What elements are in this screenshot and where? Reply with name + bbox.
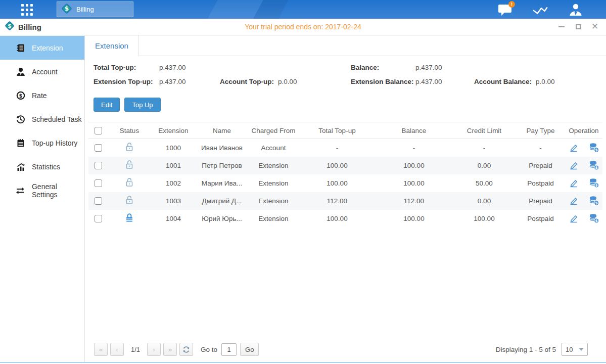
- cell-balance: 100.00: [376, 157, 452, 174]
- taskbar-tab-label: Billing: [76, 6, 94, 13]
- sidebar-item-top-up-history[interactable]: Top-up History: [0, 131, 84, 155]
- topup-extension-icon[interactable]: $: [589, 178, 599, 188]
- page-size-select[interactable]: 10: [562, 343, 588, 356]
- edit-extension-icon[interactable]: [569, 160, 579, 170]
- goto-page-input[interactable]: [221, 343, 237, 356]
- statistics-icon: [16, 162, 25, 171]
- cell-name: Юрий Юрь...: [196, 210, 248, 228]
- svg-text:$: $: [65, 5, 69, 12]
- account-balance-label: Account Balance:: [474, 78, 536, 85]
- sidebar-item-label: Rate: [32, 92, 47, 100]
- cell-status: [108, 139, 151, 157]
- go-button[interactable]: Go: [240, 343, 259, 356]
- user-icon[interactable]: [568, 2, 584, 17]
- cell-pay-type: Prepaid: [516, 157, 565, 174]
- cell-credit-limit: -: [452, 139, 516, 157]
- first-page-button[interactable]: «: [94, 343, 108, 356]
- edit-extension-icon[interactable]: [569, 213, 579, 223]
- column-header-total-top-up: Total Top-up: [299, 122, 376, 139]
- cell-checkbox: [88, 174, 108, 192]
- cell-status: [108, 157, 151, 174]
- maximize-button[interactable]: [574, 23, 582, 31]
- row-checkbox[interactable]: [95, 215, 102, 222]
- lock-open-icon: [125, 160, 134, 170]
- cell-name: Иван Иванов: [196, 139, 248, 157]
- total-topup-label: Total Top-up:: [94, 64, 159, 71]
- row-checkbox[interactable]: [95, 162, 102, 169]
- minimize-button[interactable]: [557, 23, 566, 31]
- main-content: Extension Total Top-up: p.437.00 Balance…: [85, 35, 606, 362]
- chevron-down-icon: [579, 348, 584, 351]
- cell-name: Дмитрий Д...: [196, 192, 248, 210]
- billing-diamond-icon: $: [61, 3, 72, 16]
- cell-pay-type: -: [516, 139, 565, 157]
- displaying-text: Displaying 1 - 5 of 5: [496, 346, 556, 353]
- edit-extension-icon[interactable]: [569, 143, 579, 153]
- statistics-chart-icon[interactable]: [532, 2, 548, 17]
- taskbar-tab-billing[interactable]: $ Billing: [57, 2, 133, 17]
- pagination-bar: « ‹ 1/1 › » Go to Go Displaying 1 - 5 of…: [85, 340, 606, 362]
- refresh-button[interactable]: [179, 343, 193, 356]
- edit-button[interactable]: Edit: [94, 98, 120, 112]
- sidebar-item-statistics[interactable]: Statistics: [0, 155, 84, 178]
- account-icon: [16, 67, 25, 76]
- prev-page-button[interactable]: ‹: [110, 343, 124, 356]
- sidebar-item-scheduled-task[interactable]: Scheduled Task: [0, 107, 84, 131]
- table-body: 1000Иван ИвановAccount----$1001Петр Петр…: [88, 139, 602, 228]
- page-indicator: 1/1: [126, 346, 145, 353]
- messages-icon[interactable]: !: [497, 2, 513, 17]
- sidebar-item-extension[interactable]: Extension: [0, 36, 84, 60]
- row-checkbox[interactable]: [95, 197, 102, 205]
- row-checkbox[interactable]: [95, 179, 102, 187]
- lock-open-icon: [125, 142, 134, 152]
- sidebar-item-rate[interactable]: $Rate: [0, 83, 84, 107]
- column-header-name: Name: [196, 122, 248, 139]
- extension-balance-value: p.437.00: [415, 78, 474, 85]
- cell-extension: 1003: [151, 192, 196, 210]
- rate-icon: $: [16, 90, 25, 100]
- cell-credit-limit: 100.00: [452, 210, 516, 228]
- lock-open-icon: [125, 177, 134, 188]
- last-page-button[interactable]: »: [163, 343, 177, 356]
- topup-extension-icon[interactable]: $: [589, 196, 599, 206]
- tab-extension[interactable]: Extension: [85, 35, 139, 56]
- cell-checkbox: [88, 192, 108, 210]
- extension-topup-label: Extension Top-up:: [94, 78, 159, 85]
- extensions-table: StatusExtensionNameCharged FromTotal Top…: [88, 122, 602, 228]
- cell-total-topup: 100.00: [299, 174, 376, 192]
- select-all-checkbox[interactable]: [95, 127, 102, 134]
- table-row: 1002Мария Ива...Extension100.00100.0050.…: [88, 174, 602, 192]
- sidebar: ExtensionAccount$RateScheduled TaskTop-u…: [0, 35, 85, 362]
- apps-grid-icon[interactable]: [17, 4, 36, 16]
- edit-extension-icon[interactable]: [569, 178, 579, 188]
- topup-extension-icon[interactable]: $: [589, 160, 599, 170]
- next-page-button[interactable]: ›: [147, 343, 161, 356]
- lock-closed-icon: [125, 213, 134, 223]
- account-topup-value: p.0.00: [278, 78, 351, 85]
- cell-status: [108, 174, 151, 192]
- general-settings-icon: [16, 186, 25, 195]
- svg-text:$: $: [19, 93, 22, 99]
- cell-checkbox: [88, 210, 108, 228]
- svg-text:$: $: [595, 219, 597, 223]
- cell-charged-from: Extension: [248, 210, 299, 228]
- goto-label: Go to: [201, 346, 217, 353]
- window-title-bar: $ Billing Your trial period ends on: 201…: [0, 19, 606, 35]
- row-checkbox[interactable]: [95, 144, 102, 152]
- cell-status: [108, 210, 151, 228]
- column-header-status: Status: [108, 122, 151, 139]
- cell-balance: -: [376, 139, 452, 157]
- close-button[interactable]: ✕: [591, 23, 599, 31]
- topup-extension-icon[interactable]: $: [589, 213, 599, 223]
- topup-extension-icon[interactable]: $: [589, 143, 599, 153]
- cell-balance: 112.00: [376, 192, 452, 210]
- column-header-credit-limit: Credit Limit: [452, 122, 516, 139]
- extension-topup-value: p.437.00: [159, 78, 220, 85]
- sidebar-item-general-settings[interactable]: General Settings: [0, 178, 84, 202]
- sidebar-item-label: Top-up History: [32, 139, 77, 147]
- top-up-button[interactable]: Top Up: [124, 98, 160, 112]
- edit-extension-icon[interactable]: [569, 196, 579, 206]
- sidebar-item-label: Statistics: [32, 163, 60, 171]
- sidebar-item-account[interactable]: Account: [0, 60, 84, 83]
- cell-pay-type: Prepaid: [516, 192, 565, 210]
